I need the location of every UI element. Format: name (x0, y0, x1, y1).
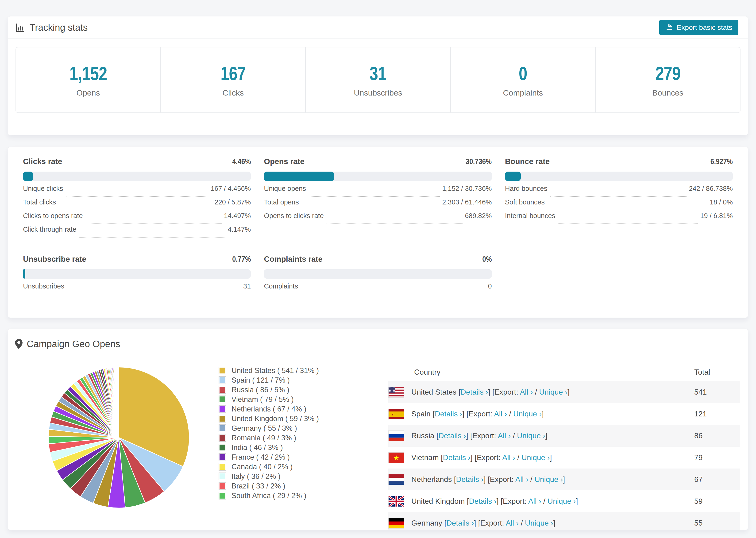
rate-row-value: 689.82% (465, 212, 492, 220)
export-unique-link[interactable]: Unique › (525, 519, 553, 527)
legend-swatch-icon (219, 367, 226, 374)
export-all-link[interactable]: All › (506, 519, 519, 527)
rate-row-internal-bounces: Internal bounces 19 / 6.81% (505, 212, 733, 226)
legend-swatch-icon (219, 463, 226, 471)
details-link[interactable]: Details › (435, 409, 462, 418)
details-link[interactable]: Details › (456, 475, 483, 484)
stat-label: Unsubscribes (354, 88, 402, 97)
rate-row-value: 19 / 6.81% (700, 212, 733, 220)
legend-swatch-icon (219, 444, 226, 452)
export-basic-stats-button[interactable]: Export basic stats (659, 20, 738, 35)
geo-pie-chart (46, 365, 191, 510)
legend-label: Canada ( 40 / 2% ) (232, 463, 293, 471)
rate-title: Bounce rate (505, 157, 550, 166)
rate-progress-fill (264, 172, 334, 181)
legend-swatch-icon (219, 386, 226, 394)
flag-gb-icon (388, 496, 404, 507)
country-total: 79 (694, 453, 740, 462)
rate-row-click-through-rate: Click through rate 4.147% (23, 226, 251, 239)
dotted-leader (86, 224, 222, 224)
export-all-link[interactable]: All › (498, 431, 511, 440)
geo-table-header: Country Total (388, 363, 740, 381)
rate-section-bounce-rate: Bounce rate 6.927% Hard bounces 242 / 86… (505, 157, 733, 239)
rate-row-label: Unique clicks (23, 185, 63, 192)
rate-progress-fill (23, 269, 26, 279)
details-link[interactable]: Details › (439, 431, 466, 440)
rate-row-total-opens: Total opens 2,303 / 61.446% (264, 198, 492, 212)
country-name: United Kingdom [ (411, 497, 469, 506)
export-unique-link[interactable]: Unique › (539, 388, 567, 396)
legend-label: Italy ( 36 / 2% ) (232, 472, 280, 481)
summary-stat-opens: 1,152 Opens (16, 47, 161, 112)
details-link[interactable]: Details › (443, 453, 470, 462)
legend-item-india: India ( 46 / 3% ) (219, 443, 319, 452)
country-name: Germany [ (411, 519, 446, 527)
geo-title: Campaign Geo Opens (27, 339, 120, 349)
rate-row-label: Soft bounces (505, 198, 545, 206)
export-all-link[interactable]: All › (528, 497, 541, 506)
rate-row-value: 1,152 / 30.736% (442, 185, 492, 192)
legend-label: Netherlands ( 67 / 4% ) (232, 405, 306, 413)
export-all-link[interactable]: All › (494, 409, 507, 418)
rate-section-opens-rate: Opens rate 30.736% Unique opens 1,152 / … (264, 157, 492, 239)
rate-row-label: Unique opens (264, 185, 306, 192)
summary-stat-bounces: 279 Bounces (596, 47, 740, 112)
flag-de-icon (388, 518, 404, 529)
legend-item-france: France ( 42 / 2% ) (219, 452, 319, 462)
export-icon (665, 23, 674, 32)
rate-progress-track (23, 269, 251, 279)
column-header-country: Country (388, 368, 694, 377)
legend-swatch-icon (219, 482, 226, 490)
geo-table-row-vietnam: Vietnam [Details ›] [Export: All › / Uni… (388, 447, 740, 468)
dotted-leader (548, 210, 707, 210)
rate-title: Clicks rate (23, 157, 62, 166)
legend-label: India ( 46 / 3% ) (232, 443, 283, 452)
export-all-link[interactable]: All › (520, 388, 533, 396)
rate-row-label: Complaints (264, 282, 298, 290)
rate-row-opens-to-clicks-rate: Opens to clicks rate 689.82% (264, 212, 492, 226)
export-unique-link[interactable]: Unique › (548, 497, 576, 506)
export-unique-link[interactable]: Unique › (535, 475, 563, 484)
legend-swatch-icon (219, 376, 226, 384)
rate-row-clicks-to-opens-rate: Clicks to opens rate 14.497% (23, 212, 251, 226)
rate-row-value: 14.497% (224, 212, 251, 220)
export-all-link[interactable]: All › (502, 453, 515, 462)
rate-progress-track (23, 172, 251, 181)
details-link[interactable]: Details › (460, 388, 488, 396)
details-link[interactable]: Details › (446, 519, 474, 527)
rates-grid: Clicks rate 4.46% Unique clicks 167 / 4.… (23, 157, 733, 296)
column-header-total: Total (694, 368, 740, 377)
rate-row-value: 18 / 0% (710, 198, 733, 206)
legend-item-south-africa: South Africa ( 29 / 2% ) (219, 491, 319, 501)
export-unique-link[interactable]: Unique › (521, 453, 550, 462)
export-unique-link[interactable]: Unique › (517, 431, 545, 440)
summary-stat-clicks: 167 Clicks (161, 47, 306, 112)
legend-label: United States ( 541 / 31% ) (232, 366, 319, 375)
tracking-stats-card: Tracking stats Export basic stats 1,152 … (8, 16, 748, 135)
stat-label: Clicks (222, 88, 244, 97)
geo-table-row-spain: Spain [Details ›] [Export: All › / Uniqu… (388, 403, 740, 425)
details-link[interactable]: Details › (469, 497, 496, 506)
rate-title: Unsubscribe rate (23, 255, 86, 264)
page-title: Tracking stats (29, 22, 87, 33)
rate-row-unique-opens: Unique opens 1,152 / 30.736% (264, 185, 492, 198)
country-total: 121 (694, 409, 740, 418)
geo-table-row-russia: Russia [Details ›] [Export: All › / Uniq… (388, 425, 740, 447)
rate-row-hard-bounces: Hard bounces 242 / 86.738% (505, 185, 733, 198)
legend-label: United Kingdom ( 59 / 3% ) (232, 414, 319, 423)
rate-row-value: 167 / 4.456% (211, 185, 251, 192)
legend-label: Germany ( 55 / 3% ) (232, 424, 297, 433)
export-all-link[interactable]: All › (515, 475, 528, 484)
dotted-leader (309, 196, 440, 197)
rate-row-label: Internal bounces (505, 212, 555, 220)
rate-row-value: 4.147% (228, 226, 251, 233)
dotted-leader (67, 294, 241, 295)
stat-label: Bounces (652, 88, 683, 97)
rate-row-value: 0 (488, 282, 492, 290)
flag-vn-icon (388, 452, 404, 463)
dotted-leader (327, 224, 462, 224)
export-unique-link[interactable]: Unique › (513, 409, 542, 418)
stat-label: Complaints (503, 88, 543, 97)
pie-slice-other-48[interactable] (119, 367, 119, 438)
rate-row-label: Hard bounces (505, 185, 548, 192)
